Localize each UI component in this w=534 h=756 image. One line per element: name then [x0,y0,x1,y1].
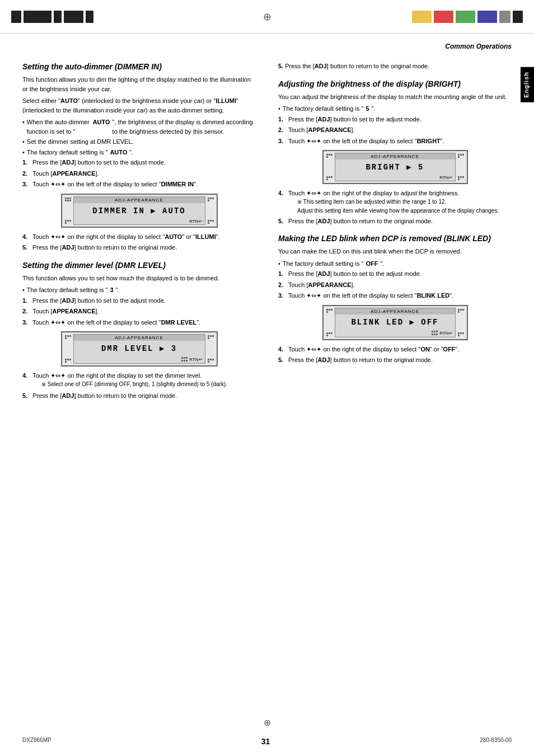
blink-step-3: 3.Touch ✦⇔✦ on the left of the display t… [278,291,512,300]
auto-dimmer-bullet-2: Set the dimmer setting at DMR LEVEL. [22,137,256,147]
dmr-bullet-1: The factory default setting is "3". [22,285,256,295]
top-compass: ⊕ [263,11,271,23]
bright-intro: You can adjust the brightness of the dis… [278,92,512,102]
main-content: Setting the auto-dimmer (DIMMER IN) This… [0,54,534,402]
dmr-sub-note: Select one of OFF (dimming OFF, bright),… [32,381,227,388]
auto-dimmer-select: Select either "AUTO" (interlocked to the… [22,96,256,115]
dmr-steps: 1.Press the [ADJ] button to set to the a… [22,296,256,327]
bright-steps-cont: 4. Touch ✦⇔✦ on the right of the display… [278,189,512,226]
bar-block-right [513,11,523,23]
bar-block-2 [24,11,51,23]
bright-bullet-1: The factory default setting is "5". [278,104,512,114]
dmr-display-rtn: RTN↵ [189,357,202,362]
bar-block-1 [11,11,21,23]
bright-step-5: 5.Press the [ADJ] button to return to th… [278,217,512,226]
bright-title: Adjusting the brightness of the display … [278,79,512,89]
bright-display-text: BRIGHT ▶ 5 [335,159,455,175]
dmr-step-4: 4. Touch ✦⇔✦ on the right of the display… [22,371,256,389]
bright-step-4: 4. Touch ✦⇔✦ on the right of the display… [278,189,512,215]
bright-steps: 1.Press the [ADJ] button to set to the a… [278,115,512,146]
blink-display-header: ADJ-APPEARANCE [335,308,455,314]
dimmer-display-text: DIMMER IN ▶ AUTO [74,203,205,218]
dmr-display-text: DMR LEVEL ▶ 3 [74,341,205,356]
bright-step-3: 3.Touch ✦⇔✦ on the left of the display t… [278,137,512,146]
dmr-display-header: ADJ-APPEARANCE [74,335,205,341]
dmr-level-intro: This function allows you to set how much… [22,274,256,283]
auto-dimmer-steps: 1.Press the [ADJ] button to set to the a… [22,158,256,189]
bright-sub-note-2: Adjust this setting item while viewing h… [288,207,499,215]
bottom-compass: ⊕ [264,717,271,728]
auto-dimmer-steps-cont: 4.Touch ✦⇔✦ on the right of the display … [22,232,256,252]
bright-display-rtn: RTN↵ [335,175,455,181]
bright-sub-note-1: This setting item can be adjusted within… [288,198,499,206]
color-block-gray [499,11,510,23]
blink-display-rtn: RTN↵ [439,331,452,336]
top-bar-right-blocks [412,11,523,23]
auto-dimmer-bullet-3: The factory default setting is "AUTO". [22,148,256,157]
model-number: DXZ866MP [22,737,51,746]
color-block-green [456,11,475,23]
section-header: Common Operations [0,39,534,53]
dmr-steps-cont: 4. Touch ✦⇔✦ on the right of the display… [22,371,256,400]
blink-step-4: 4.Touch ✦⇔✦ on the right of the display … [278,345,512,354]
blink-steps: 1.Press the [ADJ] button to set to the a… [278,269,512,300]
blink-step-1: 1.Press the [ADJ] button to set to the a… [278,269,512,279]
bright-step-2: 2.Touch [APPEARANCE]. [278,125,512,135]
auto-dimmer-step-3: 3.Touch ✦⇔✦ on the left of the display t… [22,180,256,189]
dimmer-display-header: ADJ-APPEARANCE [74,197,205,203]
color-block-blue [477,11,497,23]
auto-dimmer-step-5: 5.Press the [ADJ] button to return to th… [22,243,256,252]
dmr-step-3: 3.Touch ✦⇔✦ on the left of the display t… [22,318,256,327]
dimmer-display-rtn: RTN↵ [74,218,205,224]
blink-step-5: 5.Press the [ADJ] button to return to th… [278,355,512,365]
blink-bullet-1: The factory default setting is "OFF". [278,259,512,269]
dmr-step-5: 5.Press the [ADJ] button to return to th… [22,391,256,401]
top-bar: ⊕ [0,0,534,34]
color-block-yellow [412,11,432,23]
page-number: 31 [261,737,270,746]
dimmer-in-display: ADJ-APPEARANCE DIMMER IN ▶ AUTO RTN↵ [61,194,218,228]
doc-number: 280-8350-00 [480,737,512,746]
blink-steps-cont: 4.Touch ✦⇔✦ on the right of the display … [278,345,512,365]
color-block-red [434,11,453,23]
auto-dimmer-title: Setting the auto-dimmer (DIMMER IN) [22,62,256,72]
auto-dimmer-bullet-1: When the auto-dimmer function is set to … [22,118,256,136]
dmr-level-display: ADJ-APPEARANCE DMR LEVEL ▶ 3 RTN↵ [61,331,218,367]
bright-display-header: ADJ-APPEARANCE [335,153,455,159]
top-bar-left-blocks [11,11,93,23]
blink-step-2: 2.Touch [APPEARANCE]. [278,280,512,290]
right-column: 5. Press the [ADJ] button to return to t… [267,54,512,402]
auto-dimmer-step-2: 2.Touch [APPEARANCE]. [22,169,256,179]
right-col-step5: 5. Press the [ADJ] button to return to t… [278,62,512,71]
left-column: Setting the auto-dimmer (DIMMER IN) This… [22,54,267,402]
bar-block-3 [54,11,62,23]
dmr-step-2: 2.Touch [APPEARANCE]. [22,307,256,316]
bright-step-1: 1.Press the [ADJ] button to set to the a… [278,115,512,124]
dmr-step-1: 1.Press the [ADJ] button to set to the a… [22,296,256,306]
bar-block-4 [64,11,83,23]
auto-dimmer-step-4: 4.Touch ✦⇔✦ on the right of the display … [22,232,256,242]
bar-block-5 [86,11,93,23]
dmr-level-title: Setting the dimmer level (DMR LEVEL) [22,260,256,270]
blink-led-title: Making the LED blink when DCP is removed… [278,233,512,243]
blink-display-text: BLINK LED ▶ OFF [335,314,455,330]
page-footer: DXZ866MP 31 280-8350-00 [0,737,534,746]
blink-led-display: ADJ-APPEARANCE BLINK LED ▶ OFF RTN↵ [322,305,468,340]
english-tab: English [521,67,534,102]
blink-led-intro: You can make the LED on this unit blink … [278,247,512,256]
auto-dimmer-step-1: 1.Press the [ADJ] button to set to the a… [22,158,256,167]
auto-dimmer-intro: This function allows you to dim the ligh… [22,75,256,93]
bright-display: ADJ-APPEARANCE BRIGHT ▶ 5 RTN↵ [322,150,468,184]
